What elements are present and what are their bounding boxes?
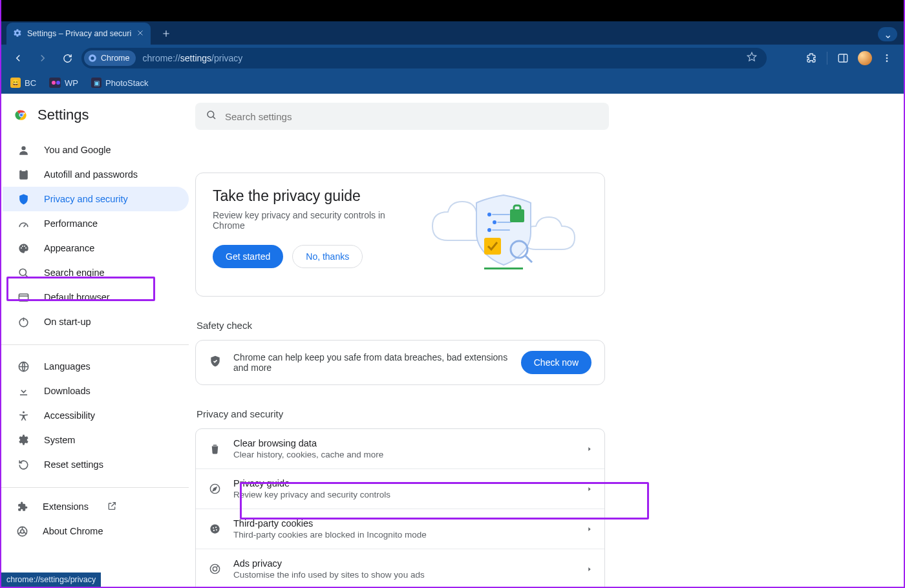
row-title: Clear browsing data — [233, 438, 575, 448]
window-titlebar-black — [1, 0, 904, 21]
nav-icon — [17, 458, 30, 471]
row-subtitle: Customise the info used by sites to show… — [233, 570, 575, 580]
svg-point-37 — [210, 524, 219, 533]
svg-rect-11 — [21, 169, 25, 171]
tab-search-dropdown[interactable]: ⌄ — [878, 27, 897, 41]
svg-point-3 — [886, 54, 888, 56]
nav-divider — [1, 487, 189, 488]
search-input[interactable] — [225, 111, 599, 122]
back-button[interactable] — [8, 48, 28, 68]
bookmark-bc[interactable]: 😄 BC — [10, 78, 36, 88]
svg-point-24 — [208, 111, 214, 118]
bookmark-photostack[interactable]: ▣ PhotoStack — [91, 78, 149, 88]
extensions-icon[interactable] — [801, 48, 822, 68]
close-tab-icon[interactable] — [136, 29, 144, 39]
sidebar-item-extensions[interactable]: Extensions — [1, 494, 195, 519]
svg-point-39 — [215, 527, 217, 528]
nav-icon — [17, 360, 30, 373]
nav-icon — [17, 291, 30, 304]
profile-avatar[interactable] — [855, 48, 875, 68]
sidebar-item-label: Reset settings — [44, 459, 103, 470]
sidebar-item-label: About Chrome — [43, 526, 103, 536]
sidebar-item-you-and-google[interactable]: You and Google — [3, 138, 189, 162]
guide-illustration — [420, 187, 588, 280]
guide-title: Take the privacy guide — [213, 187, 420, 205]
svg-point-43 — [213, 567, 217, 571]
sidebar-item-label: On start-up — [44, 317, 91, 327]
svg-rect-20 — [19, 394, 27, 395]
sidebar-item-languages[interactable]: Languages — [3, 354, 189, 379]
sidebar-item-about[interactable]: About Chrome — [1, 519, 195, 543]
new-tab-button[interactable] — [157, 25, 175, 43]
nav-icon — [17, 242, 30, 255]
chrome-logo-icon — [14, 108, 28, 122]
tab-title: Settings – Privacy and securi — [27, 29, 131, 38]
sidebar-item-privacy-and-security[interactable]: Privacy and security — [3, 187, 189, 211]
sidebar-item-performance[interactable]: Performance — [3, 211, 189, 236]
omnibox[interactable]: Chrome chrome://settings/privacy — [81, 48, 767, 68]
nav-icon — [17, 168, 30, 181]
sidebar-item-system[interactable]: System — [3, 428, 189, 452]
get-started-button[interactable]: Get started — [213, 245, 283, 268]
sidebar-item-on-start-up[interactable]: On start-up — [3, 310, 189, 334]
svg-point-9 — [21, 146, 25, 150]
chrome-icon — [88, 54, 97, 63]
sidebar-item-reset-settings[interactable]: Reset settings — [3, 452, 189, 477]
reload-button[interactable] — [57, 48, 78, 68]
tab-settings-privacy[interactable]: Settings – Privacy and securi — [6, 23, 151, 45]
browser-window: Settings – Privacy and securi ⌄ Chrome — [0, 0, 905, 588]
row-subtitle: Review key privacy and security controls — [233, 490, 575, 499]
chevron-right-icon — [586, 563, 593, 575]
shield-check-icon — [209, 355, 222, 370]
nav-icon — [17, 434, 30, 446]
svg-rect-17 — [19, 293, 28, 300]
privacy-list: Clear browsing dataClear history, cookie… — [195, 428, 605, 587]
svg-point-16 — [19, 269, 26, 275]
svg-point-14 — [24, 245, 25, 246]
check-now-button[interactable]: Check now — [521, 351, 591, 374]
sidebar-item-label: Autofill and passwords — [44, 169, 138, 180]
privacy-guide-card: Take the privacy guide Review key privac… — [195, 173, 605, 297]
side-panel-icon[interactable] — [833, 48, 853, 68]
sidebar-item-search-engine[interactable]: Search engine — [3, 260, 189, 285]
sidebar-item-appearance[interactable]: Appearance — [3, 236, 189, 260]
sidebar-item-label: Search engine — [44, 268, 105, 278]
site-chip[interactable]: Chrome — [84, 50, 136, 66]
svg-point-12 — [20, 247, 21, 248]
bookmark-wp[interactable]: WP — [49, 78, 78, 88]
bookmarks-bar: 😄 BC WP ▣ PhotoStack — [1, 72, 904, 94]
bookmark-label: WP — [65, 78, 78, 88]
row-ads-privacy[interactable]: Ads privacyCustomise the info used by si… — [196, 549, 604, 587]
nav-icon — [17, 315, 30, 328]
nav-icon — [17, 143, 30, 156]
sidebar-item-default-browser[interactable]: Default browser — [3, 285, 189, 310]
row-subtitle: Third-party cookies are blocked in Incog… — [233, 530, 575, 540]
row-privacy-guide[interactable]: Privacy guideReview key privacy and secu… — [196, 468, 604, 509]
svg-point-38 — [213, 527, 214, 529]
sidebar-item-accessibility[interactable]: Accessibility — [3, 403, 189, 428]
kebab-menu-icon[interactable] — [877, 48, 897, 68]
bookmark-star-icon[interactable] — [746, 51, 764, 65]
nav-divider — [1, 344, 189, 345]
sidebar-item-label: You and Google — [44, 145, 111, 155]
cookie-icon — [208, 523, 222, 535]
puzzle-icon — [16, 500, 28, 513]
site-chip-label: Chrome — [101, 54, 129, 63]
no-thanks-button[interactable]: No, thanks — [292, 245, 363, 268]
svg-rect-10 — [19, 170, 28, 179]
nav-group-1: You and GoogleAutofill and passwordsPriv… — [1, 135, 195, 338]
svg-point-29 — [487, 228, 491, 232]
row-third-party-cookies[interactable]: Third-party cookiesThird-party cookies a… — [196, 509, 604, 549]
row-subtitle: Clear history, cookies, cache and more — [233, 450, 575, 459]
sidebar-item-label: Downloads — [44, 386, 90, 396]
row-clear-browsing-data[interactable]: Clear browsing dataClear history, cookie… — [196, 429, 604, 468]
settings-search[interactable] — [195, 103, 609, 130]
sidebar-item-downloads[interactable]: Downloads — [3, 379, 189, 403]
forward-button[interactable] — [32, 48, 53, 68]
svg-point-15 — [25, 247, 27, 248]
page-title: Settings — [37, 107, 89, 123]
favicon-ps: ▣ — [91, 78, 101, 88]
sidebar-item-label: Privacy and security — [44, 194, 128, 204]
sidebar-item-autofill-and-passwords[interactable]: Autofill and passwords — [3, 162, 189, 187]
sidebar-item-label: Appearance — [44, 243, 94, 253]
